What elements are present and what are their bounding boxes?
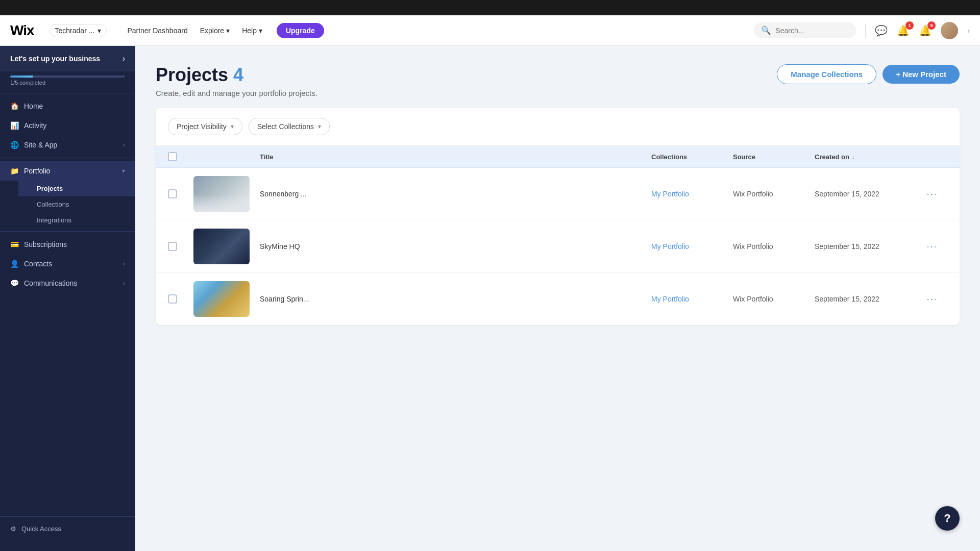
sidebar-item-subscriptions[interactable]: 💳 Subscriptions — [0, 235, 135, 254]
row-thumbnail-cell-1 — [193, 176, 260, 212]
site-selector-chevron-icon: ▾ — [97, 27, 101, 35]
row-checkbox-2[interactable] — [168, 242, 177, 251]
top-bar — [0, 0, 980, 15]
sidebar-portfolio-sub: Projects Collections Integrations — [0, 181, 135, 228]
notifications-bell-container[interactable]: 🔔 1 — [897, 24, 910, 37]
row-checkbox-3[interactable] — [168, 294, 177, 304]
header-actions-cell — [917, 152, 947, 161]
sidebar-item-contacts[interactable]: 👤 Contacts › — [0, 254, 135, 273]
row-actions-button-1[interactable]: ··· — [917, 189, 947, 199]
thumbnail-image-3 — [193, 281, 250, 317]
sidebar-item-projects[interactable]: Projects — [18, 181, 135, 196]
nav-partner-dashboard[interactable]: Partner Dashboard — [127, 27, 187, 35]
contacts-chevron-icon: › — [123, 260, 125, 267]
sidebar-item-collections[interactable]: Collections — [18, 196, 135, 212]
row-checkbox-cell — [168, 242, 193, 251]
page-title: Projects 4 — [156, 64, 317, 86]
sidebar-item-home[interactable]: 🏠 Home — [0, 96, 135, 116]
setup-title: Let's set up your business — [10, 55, 100, 63]
sidebar-activity-label: Activity — [24, 121, 46, 130]
project-thumbnail-2 — [193, 229, 250, 264]
bell-badge: 1 — [905, 21, 914, 30]
messages-icon-container[interactable]: 💬 — [875, 24, 888, 37]
new-project-button[interactable]: + New Project — [883, 65, 960, 84]
row-collection-3: My Portfolio — [651, 295, 733, 303]
row-source-3: Wix Portfolio — [733, 295, 815, 303]
projects-count: 4 — [233, 64, 243, 85]
row-date-2: September 15, 2022 — [815, 242, 917, 251]
sidebar-item-communications[interactable]: 💬 Communications › — [0, 273, 135, 293]
progress-bar-container — [10, 76, 125, 78]
header-right: 🔍 💬 🔔 1 🔔 5 › — [754, 22, 970, 39]
row-collection-2: My Portfolio — [651, 242, 733, 251]
messages-icon: 💬 — [875, 25, 888, 36]
sidebar-home-label: Home — [24, 102, 43, 110]
sidebar-item-portfolio[interactable]: 📁 Portfolio ▾ — [0, 161, 135, 181]
sidebar-divider-1 — [0, 93, 135, 93]
subscriptions-icon: 💳 — [10, 240, 19, 248]
header-title-cell: Title — [260, 152, 651, 161]
row-actions-button-3[interactable]: ··· — [917, 294, 947, 305]
sidebar-contacts-label: Contacts — [24, 260, 52, 268]
row-source-2: Wix Portfolio — [733, 242, 815, 251]
table-row: SkyMine HQ My Portfolio Wix Portfolio Se… — [156, 220, 960, 273]
upgrade-button[interactable]: Upgrade — [277, 23, 324, 38]
header-nav: Partner Dashboard Explore ▾ Help ▾ Upgra… — [127, 23, 324, 38]
page-header: Projects 4 Create, edit and manage your … — [156, 64, 960, 97]
avatar-image — [941, 22, 958, 39]
quick-access-label: Quick Access — [21, 525, 61, 533]
sidebar-item-activity[interactable]: 📊 Activity — [0, 116, 135, 135]
portfolio-chevron-icon: ▾ — [122, 167, 125, 174]
search-input[interactable] — [775, 27, 849, 35]
site-name: Techradar ... — [55, 27, 95, 35]
sidebar-divider-2 — [0, 158, 135, 158]
sidebar-integrations-label: Integrations — [37, 216, 71, 224]
project-thumbnail-1 — [193, 176, 250, 212]
site-icon: 🌐 — [10, 141, 19, 149]
search-box[interactable]: 🔍 — [754, 22, 856, 38]
row-title-2: SkyMine HQ — [260, 242, 651, 251]
manage-collections-button[interactable]: Manage Collections — [777, 64, 876, 84]
nav-explore[interactable]: Explore ▾ — [200, 27, 230, 35]
header-created-on-cell[interactable]: Created on ↓ — [815, 152, 917, 161]
site-app-chevron-icon: › — [123, 141, 125, 148]
sidebar-subscriptions-label: Subscriptions — [24, 240, 67, 248]
user-avatar[interactable] — [941, 22, 958, 39]
main-content: Projects 4 Create, edit and manage your … — [135, 46, 980, 551]
communications-icon: 💬 — [10, 279, 19, 287]
nav-help[interactable]: Help ▾ — [242, 27, 262, 35]
home-icon: 🏠 — [10, 102, 19, 110]
main-header: Wix Techradar ... ▾ Partner Dashboard Ex… — [0, 15, 980, 46]
thumbnail-image-1 — [193, 176, 250, 212]
alerts-container[interactable]: 🔔 5 — [919, 24, 932, 37]
quick-access-button[interactable]: ⚙ Quick Access — [10, 525, 125, 533]
page-subtitle: Create, edit and manage your portfolio p… — [156, 89, 317, 97]
row-actions-button-2[interactable]: ··· — [917, 241, 947, 252]
sidebar-item-integrations[interactable]: Integrations — [18, 212, 135, 228]
header-checkbox-cell — [168, 152, 193, 161]
thumbnail-image-2 — [193, 229, 250, 264]
project-thumbnail-3 — [193, 281, 250, 317]
header-checkbox[interactable] — [168, 152, 177, 161]
help-button[interactable]: ? — [935, 506, 960, 531]
sidebar-setup-banner[interactable]: Let's set up your business › — [0, 46, 135, 71]
sidebar-projects-label: Projects — [37, 185, 63, 192]
row-checkbox-1[interactable] — [168, 189, 177, 198]
row-checkbox-cell — [168, 189, 193, 198]
table-rows-container: Sonnenberg ... My Portfolio Wix Portfoli… — [156, 168, 960, 325]
visibility-chevron-icon: ▾ — [231, 123, 234, 130]
row-date-1: September 15, 2022 — [815, 190, 917, 198]
row-thumbnail-cell-3 — [193, 281, 260, 317]
sidebar-portfolio-label: Portfolio — [24, 167, 50, 175]
select-collections-filter[interactable]: Select Collections ▾ — [249, 118, 330, 135]
sidebar-item-site-app[interactable]: 🌐 Site & App › — [0, 135, 135, 155]
sort-icon: ↓ — [851, 153, 855, 161]
site-selector[interactable]: Techradar ... ▾ — [50, 24, 107, 37]
page-title-section: Projects 4 Create, edit and manage your … — [156, 64, 317, 97]
setup-chevron-icon: › — [122, 54, 125, 63]
collections-filter-label: Select Collections — [257, 122, 314, 131]
progress-label: 1/5 completed — [0, 80, 135, 86]
project-visibility-filter[interactable]: Project Visibility ▾ — [168, 118, 242, 135]
header-expand-chevron-icon[interactable]: › — [967, 27, 970, 35]
quick-access-icon: ⚙ — [10, 525, 16, 533]
